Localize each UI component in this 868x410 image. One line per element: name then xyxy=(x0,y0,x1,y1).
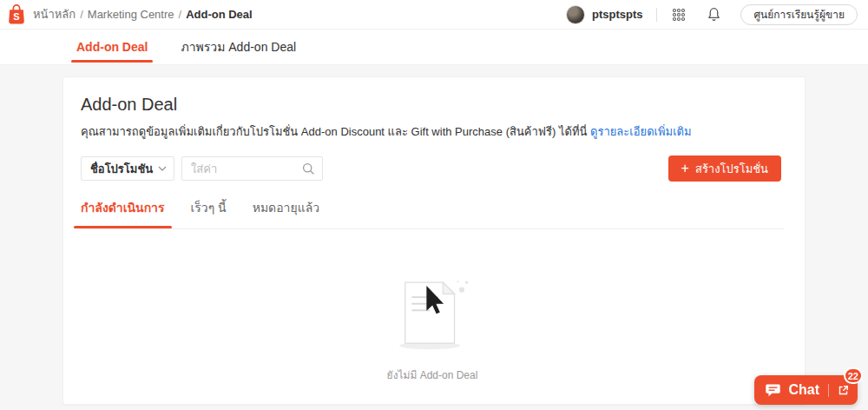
chevron-down-icon xyxy=(158,166,167,171)
shopee-logo-icon[interactable]: S xyxy=(7,3,26,26)
plus-icon: + xyxy=(681,162,689,175)
status-tab-expired[interactable]: หมดอายุแล้ว xyxy=(253,198,320,228)
search-type-dropdown-value: ชื่อโปรโมชัน xyxy=(90,160,153,178)
username[interactable]: ptsptspts xyxy=(592,8,643,21)
header-divider xyxy=(656,8,657,22)
status-tab-ongoing[interactable]: กำลังดำเนินการ xyxy=(81,198,165,228)
chat-divider xyxy=(828,384,829,397)
chat-unread-badge: 22 xyxy=(844,367,863,384)
open-in-new-window-icon[interactable] xyxy=(838,385,849,396)
svg-text:S: S xyxy=(13,11,19,22)
empty-state-text: ยังไม่มี Add-on Deal xyxy=(81,367,784,383)
notification-bell-icon[interactable] xyxy=(706,7,721,23)
breadcrumb-home[interactable]: หน้าหลัก xyxy=(33,5,76,23)
empty-state: ยังไม่มี Add-on Deal xyxy=(81,276,784,383)
filter-row: ชื่อโปรโมชัน + สร้างโปรโมชั่น xyxy=(81,155,784,182)
chat-widget: Chat 22 xyxy=(754,375,858,405)
top-header: S หน้าหลัก / Marketing Centre / Add-on D… xyxy=(0,0,868,30)
page-title: Add-on Deal xyxy=(81,95,784,115)
status-tab-upcoming[interactable]: เร็วๆ นี้ xyxy=(191,198,227,228)
breadcrumb: หน้าหลัก / Marketing Centre / Add-on Dea… xyxy=(33,5,253,23)
search-icon[interactable] xyxy=(302,162,315,175)
learn-more-link[interactable]: ดูรายละเอียดเพิ่มเติม xyxy=(590,125,692,138)
status-tabs: กำลังดำเนินการ เร็วๆ นี้ หมดอายุแล้ว xyxy=(81,198,784,229)
page-body: Add-on Deal คุณสามารถดูข้อมูลเพิ่มเติมเก… xyxy=(0,65,868,405)
seller-education-hub-button[interactable]: ศูนย์การเรียนรู้ผู้ขาย xyxy=(740,4,858,25)
tab-add-on-deal[interactable]: Add-on Deal xyxy=(76,30,148,64)
header-right-cluster: ptsptspts ศูนย์การเรียนรู้ผู้ขาย xyxy=(566,4,858,25)
tab-add-on-deal-overview[interactable]: ภาพรวม Add-on Deal xyxy=(181,30,296,64)
page-description: คุณสามารถดูข้อมูลเพิ่มเติมเกี่ยวกับโปรโม… xyxy=(81,122,784,141)
add-on-deal-card: Add-on Deal คุณสามารถดูข้อมูลเพิ่มเติมเก… xyxy=(62,76,806,405)
search-input[interactable] xyxy=(191,162,302,175)
create-promotion-button[interactable]: + สร้างโปรโมชั่น xyxy=(668,155,781,182)
chat-bubble-icon xyxy=(765,383,781,398)
user-avatar[interactable] xyxy=(566,5,585,24)
chat-button[interactable]: Chat 22 xyxy=(754,375,858,405)
breadcrumb-marketing-centre[interactable]: Marketing Centre xyxy=(88,8,174,21)
search-type-dropdown[interactable]: ชื่อโปรโมชัน xyxy=(81,156,174,181)
breadcrumb-separator: / xyxy=(179,8,182,21)
chat-label: Chat xyxy=(788,382,819,398)
search-box xyxy=(181,156,323,181)
breadcrumb-current-page: Add-on Deal xyxy=(186,8,253,21)
empty-document-cursor-icon xyxy=(387,276,477,353)
page-tabbar: Add-on Deal ภาพรวม Add-on Deal xyxy=(0,30,868,65)
apps-grid-icon[interactable] xyxy=(671,7,687,23)
description-text: คุณสามารถดูข้อมูลเพิ่มเติมเกี่ยวกับโปรโม… xyxy=(81,125,587,138)
breadcrumb-separator: / xyxy=(80,8,83,21)
create-promotion-label: สร้างโปรโมชั่น xyxy=(695,160,768,178)
